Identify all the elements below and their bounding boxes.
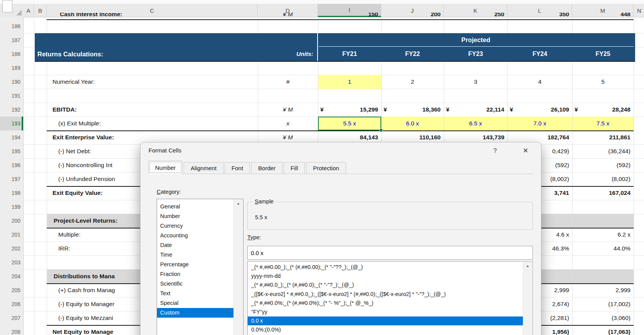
format-code-item[interactable]: _(* #,##0.00_);_(* (#,##0.00);_(* "-"??_… (248, 263, 523, 272)
cell-label[interactable]: Distributions to Mana (54, 269, 115, 283)
cell-label[interactable]: Project-Level Returns: (54, 214, 117, 228)
cell-label[interactable]: Numerical Year: (52, 75, 95, 89)
row-header-187[interactable]: 187 (12, 33, 20, 47)
cell-value[interactable]: (8,002) (572, 172, 630, 186)
row-header-203[interactable]: 203 (12, 255, 20, 269)
cell-value[interactable]: 4 (507, 75, 572, 89)
row-header-192[interactable]: 192 (12, 103, 20, 117)
cell-value[interactable]: (3,060) (572, 311, 630, 325)
category-scrollbar[interactable]: ▲ (233, 200, 243, 335)
format-code-item[interactable]: 0.0 x (248, 316, 523, 325)
category-item-currency[interactable]: Currency (157, 221, 234, 231)
cell-label[interactable]: Multiple: (58, 228, 81, 242)
category-item-custom[interactable]: Custom (157, 308, 234, 318)
cell-value[interactable]: (17,063) (572, 325, 630, 335)
cell-value[interactable]: 2 (381, 75, 444, 89)
row-header-188[interactable]: 188 (12, 47, 20, 61)
format-code-item[interactable]: _([$€-x-euro2] * #,##0.0_);_([$€-x-euro2… (248, 290, 523, 299)
format-code-item[interactable]: yyyy-mm-dd (248, 272, 523, 281)
row-headers[interactable]: 1851861871881891901911921931941951961971… (0, 17, 24, 335)
cell-value[interactable]: 2,999 (572, 283, 630, 297)
cell-label[interactable]: (-) Net Debt: (58, 144, 91, 158)
cell-value[interactable]: 3 (444, 75, 507, 89)
cell-label[interactable]: EBITDA: (52, 103, 77, 117)
cell-value[interactable]: 1 (318, 75, 381, 89)
category-item-fraction[interactable]: Fraction (157, 269, 234, 279)
tab-border[interactable]: Border (251, 162, 282, 174)
row-header-199[interactable]: 199 (12, 200, 20, 214)
row-header-198[interactable]: 198 (12, 186, 20, 200)
category-item-text[interactable]: Text (157, 289, 234, 298)
type-input[interactable] (247, 246, 533, 260)
format-code-scrollbar[interactable]: ▲ (523, 262, 532, 335)
tab-alignment[interactable]: Alignment (184, 162, 223, 174)
row-header-207[interactable]: 207 (12, 311, 20, 325)
category-item-scientific[interactable]: Scientific (157, 279, 234, 289)
cell-label[interactable]: (-) Equity to Mezzani (58, 311, 113, 325)
row-header-200[interactable]: 200 (12, 214, 20, 228)
format-code-item[interactable]: _(* #,##0.0%;_(* (#,##0.0%);_(* "- %"_);… (248, 299, 523, 308)
row-header-205[interactable]: 205 (12, 283, 20, 297)
cell-value[interactable]: 22,114 (444, 103, 504, 117)
category-item-special[interactable]: Special (157, 298, 234, 308)
cell-label[interactable]: Exit Equity Value: (52, 186, 103, 200)
category-item-accounting[interactable]: Accounting (157, 231, 234, 240)
cell-value[interactable]: 200 (381, 13, 441, 19)
cell-value[interactable]: (36,244) (572, 144, 630, 158)
row-header-186[interactable]: 186 (12, 19, 20, 33)
row-header-208[interactable]: 208 (12, 325, 20, 335)
cell-value[interactable]: 150 (318, 13, 378, 19)
cell-label[interactable]: Net Equity to Manage (52, 325, 113, 335)
cell-value[interactable]: 18,360 (381, 103, 441, 117)
tab-fill[interactable]: Fill (284, 162, 305, 174)
cell-value[interactable]: 6.0 x (381, 117, 444, 130)
cell-label[interactable]: (+) Cash from Manag (58, 283, 115, 297)
cell-value[interactable]: 448 (572, 13, 630, 19)
category-item-time[interactable]: Time (157, 250, 234, 260)
row-header-194[interactable]: 194 (12, 130, 20, 144)
cell-value[interactable]: 250 (444, 13, 504, 19)
cell-value[interactable]: 7.5 x (572, 117, 634, 130)
tab-number[interactable]: Number (148, 161, 183, 174)
cell-value[interactable]: (592) (572, 158, 630, 172)
format-code-item[interactable]: _(* #,##0.0_);_(* (#,##0.0);_(* "-"?_);_… (248, 281, 523, 289)
format-code-item[interactable]: "FY"yy (248, 308, 523, 316)
row-header-196[interactable]: 196 (12, 158, 20, 172)
category-item-percentage[interactable]: Percentage (157, 260, 234, 269)
cell-value[interactable]: 6.2 x (572, 228, 630, 242)
row-header-195[interactable]: 195 (12, 144, 20, 158)
column-header-B[interactable]: B (34, 4, 47, 17)
column-header-N[interactable]: N (634, 4, 644, 17)
row-header-197[interactable]: 197 (12, 172, 20, 186)
cell-value[interactable]: 167,024 (572, 186, 630, 200)
category-item-number[interactable]: Number (157, 211, 234, 221)
column-header-A[interactable]: A (23, 4, 34, 17)
cell-value[interactable]: (17,002) (572, 297, 630, 311)
tab-protection[interactable]: Protection (306, 162, 346, 174)
cell-label[interactable]: Cash Interest Income: (60, 13, 122, 19)
cell-label[interactable]: Exit Enterprise Value: (52, 130, 114, 144)
cell-value[interactable]: 7.0 x (507, 117, 572, 130)
row-header-190[interactable]: 190 (12, 75, 20, 89)
format-code-item[interactable]: 0.0%;(0.0%) (248, 325, 523, 334)
scroll-up-icon[interactable]: ▲ (523, 264, 532, 268)
close-icon[interactable]: ✕ (520, 147, 531, 155)
cell-value[interactable]: 211,861 (572, 130, 630, 144)
fill-handle[interactable] (379, 129, 383, 132)
cell-value[interactable]: 350 (507, 13, 569, 19)
cell-value[interactable]: 5 (572, 75, 634, 89)
cell-value[interactable]: 26,109 (507, 103, 569, 117)
row-header-201[interactable]: 201 (12, 228, 20, 242)
row-header-206[interactable]: 206 (12, 297, 20, 311)
cell-label[interactable]: (-) Noncontrolling Int (58, 158, 112, 172)
help-icon[interactable]: ? (490, 147, 500, 154)
selected-cell-I193[interactable] (318, 117, 381, 130)
row-header-193[interactable]: 193 (12, 117, 20, 130)
row-header-189[interactable]: 189 (12, 61, 20, 75)
cell-label[interactable]: (-) Equity to Manager (58, 297, 115, 311)
row-header-204[interactable]: 204 (12, 269, 20, 283)
cell-label[interactable]: (x) Exit Multiple: (58, 117, 101, 130)
category-item-general[interactable]: General (157, 202, 234, 211)
row-header-202[interactable]: 202 (12, 242, 20, 255)
select-all-corner[interactable] (11, 4, 23, 17)
